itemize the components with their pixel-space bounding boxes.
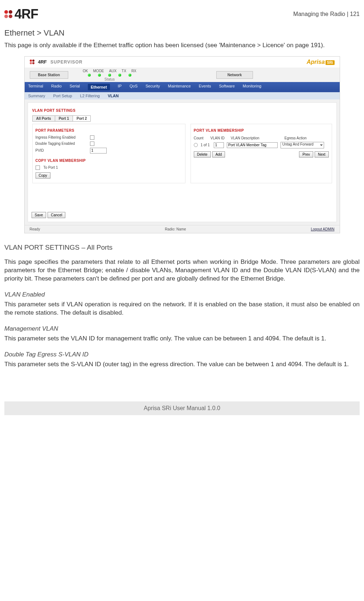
status-led-icon (88, 74, 91, 77)
vlan-id-input[interactable] (214, 142, 224, 148)
nav-item-serial[interactable]: Serial (70, 84, 80, 90)
membership-buttons: Delete Add Prev Next (194, 151, 329, 158)
nav-item-monitoring[interactable]: Monitoring (243, 84, 261, 90)
tab-port-2[interactable]: Port 2 (73, 115, 91, 122)
subnav-vlan[interactable]: VLAN (108, 94, 119, 98)
col-egress: Egress Action (285, 136, 324, 140)
nav-item-security[interactable]: Security (146, 84, 160, 90)
status-led-icon (98, 74, 101, 77)
supervisor-label: SUPERVISOR (50, 60, 82, 65)
egress-select[interactable]: Untag And Forward (281, 142, 324, 148)
next-button[interactable]: Next (315, 151, 329, 158)
nav-item-ethernet[interactable]: Ethernet (88, 84, 110, 90)
page-location: Managing the Radio | 121 (293, 11, 360, 17)
ingress-checkbox[interactable] (90, 135, 94, 140)
copy-title: COPY VLAN MEMBERSHIP (36, 159, 182, 163)
page-footer: Aprisa SRi User Manual 1.0.0 (4, 401, 360, 415)
col-count: Count (194, 136, 208, 140)
supervisor-brand: 4RF SUPERVISOR (30, 59, 83, 65)
port-tabs: All Ports Port 1 Port 2 (32, 115, 332, 122)
param-body: This parameter sets the VLAN ID for mana… (4, 335, 360, 343)
cancel-button[interactable]: Cancel (48, 212, 65, 218)
nav-item-ip[interactable]: IP (118, 84, 122, 90)
nav-item-radio[interactable]: Radio (51, 84, 62, 90)
network-label: Network (216, 71, 253, 79)
status-leds: OK MODE AUX TX RX Status (83, 69, 136, 81)
port-vlan-membership: PORT VLAN MEMBERSHIP Count VLAN ID VLAN … (191, 124, 332, 183)
subnav-summary[interactable]: Summary (28, 94, 45, 98)
membership-header: Count VLAN ID VLAN Description Egress Ac… (194, 135, 329, 141)
param-ingress: Ingress Filtering Enabled (36, 135, 182, 140)
aprisa-badge: AprisaSRi (307, 59, 334, 65)
nav-item-terminal[interactable]: Terminal (28, 84, 44, 90)
add-button[interactable]: Add (212, 151, 225, 158)
intro-paragraph: This page is only available if the Ether… (4, 41, 360, 50)
app-header: 4RF SUPERVISOR AprisaSRi (25, 57, 340, 68)
pvid-input[interactable] (90, 148, 107, 154)
logo-dots-icon (30, 60, 34, 64)
subnav-port-setup[interactable]: Port Setup (53, 94, 72, 98)
param-label: PVID (36, 148, 90, 152)
row-count: 1 of 1 (201, 143, 211, 147)
page-title: Ethernet > VLAN (4, 28, 360, 38)
status-caption: Status (105, 77, 115, 81)
param-body: This parameter sets if VLAN operation is… (4, 300, 360, 317)
app-statusbar: Ready Radio: Name Logout ADMIN (25, 225, 340, 233)
led-label: MODE (93, 69, 104, 73)
panel-footer-buttons: Save Cancel (32, 212, 66, 218)
status-led-icon (118, 74, 121, 77)
page-header: 4RF Managing the Radio | 121 (4, 7, 360, 22)
logo-dots-icon (4, 10, 12, 18)
tab-port-1[interactable]: Port 1 (55, 115, 73, 122)
logout-link[interactable]: Logout ADMIN (311, 227, 334, 231)
copy-to-row: To Port 1 (36, 165, 182, 170)
status-ready: Ready (30, 227, 40, 231)
egress-value: Untag And Forward (282, 142, 314, 146)
doubletag-checkbox[interactable] (90, 142, 94, 146)
status-radio-name: Radio: Name (165, 227, 186, 231)
subnav-l2-filtering[interactable]: L2 Filtering (80, 94, 100, 98)
led-label: OK (83, 69, 88, 73)
settings-columns: PORT PARAMETERS Ingress Filtering Enable… (32, 124, 332, 183)
nav-item-events[interactable]: Events (199, 84, 211, 90)
secondary-nav: Summary Port Setup L2 Filtering VLAN (25, 92, 340, 99)
param-body: This parameter sets the S-VLAN ID (outer… (4, 360, 360, 369)
section-body: This page specifies the parameters that … (4, 258, 360, 283)
section-heading: VLAN PORT SETTINGS – All Ports (4, 244, 360, 252)
prev-button[interactable]: Prev (299, 151, 313, 158)
status-led-icon (128, 74, 131, 77)
param-doubletag: Double Tagging Enabled (36, 142, 182, 146)
membership-row: 1 of 1 Untag And Forward (194, 142, 329, 148)
supervisor-brand-text: 4RF (38, 59, 47, 65)
nav-item-software[interactable]: Software (219, 84, 234, 90)
save-button[interactable]: Save (32, 212, 46, 218)
membership-title: PORT VLAN MEMBERSHIP (194, 128, 329, 132)
row-radio[interactable] (194, 143, 198, 147)
param-label: Double Tagging Enabled (36, 142, 90, 146)
port-params-title: PORT PARAMETERS (36, 128, 182, 132)
delete-button[interactable]: Delete (194, 151, 211, 158)
status-led-icon (108, 74, 111, 77)
aprisa-text: Aprisa (307, 59, 325, 65)
supervisor-app: 4RF SUPERVISOR AprisaSRi Base Station OK… (24, 56, 340, 233)
aprisa-sri-badge: SRi (326, 60, 335, 65)
copy-membership: COPY VLAN MEMBERSHIP To Port 1 Copy (36, 159, 182, 179)
base-station-label: Base Station (30, 71, 69, 79)
brand-logo: 4RF (4, 7, 38, 22)
main-panel: VLAN PORT SETTINGS All Ports Port 1 Port… (28, 102, 337, 222)
vlan-desc-input[interactable] (227, 142, 278, 148)
primary-nav: Terminal Radio Serial Ethernet IP QoS Se… (25, 82, 340, 92)
nav-item-qos[interactable]: QoS (130, 84, 138, 90)
tab-all-ports[interactable]: All Ports (32, 115, 55, 122)
copy-to-label: To Port 1 (44, 165, 58, 169)
nav-item-maintenance[interactable]: Maintenance (168, 84, 191, 90)
led-label: RX (131, 69, 136, 73)
col-vlan-desc: VLAN Description (231, 136, 282, 140)
status-row: Base Station OK MODE AUX TX RX Status Ne… (25, 68, 340, 82)
copy-button[interactable]: Copy (36, 172, 50, 179)
param-pvid: PVID (36, 148, 182, 154)
led-label: AUX (109, 69, 117, 73)
copy-to-checkbox[interactable] (36, 165, 40, 170)
port-parameters: PORT PARAMETERS Ingress Filtering Enable… (32, 124, 185, 183)
param-label: Ingress Filtering Enabled (36, 135, 90, 139)
